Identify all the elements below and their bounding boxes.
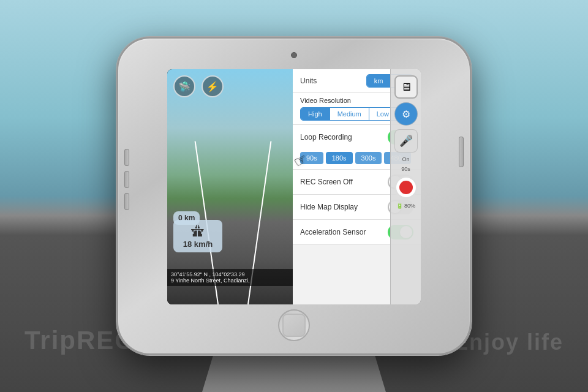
acceleration-sensor-label: Acceleration Sensor <box>300 228 366 236</box>
loop-time-display: 90s <box>401 166 410 172</box>
iphone-screen: 🛸 ⚡ 0 km 🛣 18 km/h 30°41'55.92" N , 104°… <box>167 69 421 304</box>
units-km-button[interactable]: km <box>367 75 391 87</box>
on-status: On <box>402 156 409 162</box>
volume-down-button[interactable] <box>124 171 129 188</box>
record-dot-icon <box>399 181 413 194</box>
speed-value: 18 km/h <box>179 239 216 249</box>
tagline-right: Enjoy life <box>453 330 564 355</box>
rec-screen-off-label: REC Screen Off <box>300 178 353 186</box>
screen-button[interactable]: 🖥 <box>394 75 418 99</box>
camera-top-icons: 🛸 ⚡ <box>173 75 224 97</box>
iphone-frame: 🛸 ⚡ 0 km 🛣 18 km/h 30°41'55.92" N , 104°… <box>116 37 472 355</box>
loop-recording-label: Loop Recording <box>300 133 352 141</box>
volume-buttons[interactable] <box>124 149 129 210</box>
mute-button[interactable] <box>124 193 129 210</box>
battery-icon: 🔋 <box>396 203 403 209</box>
record-button[interactable] <box>394 176 418 199</box>
loop-time-label: 90s <box>401 166 410 172</box>
front-camera-icon <box>291 52 297 58</box>
on-label: On <box>402 156 409 162</box>
gps-coordinates: 30°41'55.92" N , 104°02'33.29 9 Yinhe No… <box>167 269 293 286</box>
navigation-icon: 🛸 <box>173 75 195 97</box>
camera-icon: ⚡ <box>202 75 224 97</box>
microphone-button[interactable]: 🎤 <box>394 129 418 153</box>
right-sidebar: 🖥 ⚙ 🎤 On 90s 🔋 80% <box>390 69 421 304</box>
volume-up-button[interactable] <box>124 149 129 166</box>
camera-view: 🛸 ⚡ 0 km 🛣 18 km/h 30°41'55.92" N , 104°… <box>167 69 293 304</box>
road-icon: 🛣 <box>179 224 216 239</box>
speed-display: 🛣 18 km/h <box>173 220 222 252</box>
units-label: Units <box>300 77 317 85</box>
battery-percent: 80% <box>404 203 415 209</box>
gps-line1: 30°41'55.92" N , 104°02'33.29 <box>171 271 289 277</box>
loop-300s-button[interactable]: 300s <box>355 152 382 164</box>
loop-90s-button[interactable]: 90s <box>300 152 323 164</box>
loop-180s-button[interactable]: 180s <box>326 152 353 164</box>
home-button[interactable] <box>278 309 310 341</box>
gps-line2: 9 Yinhe North Street, Chadianzi, <box>171 277 289 284</box>
home-button-inner <box>282 314 306 337</box>
res-high-button[interactable]: High <box>301 108 330 120</box>
settings-button[interactable]: ⚙ <box>394 102 418 126</box>
power-button[interactable] <box>459 137 464 167</box>
battery-indicator: 🔋 80% <box>396 203 415 209</box>
hide-map-label: Hide Map Display <box>300 203 358 211</box>
settings-icon: ⚙ <box>402 108 410 120</box>
res-medium-button[interactable]: Medium <box>330 108 369 120</box>
